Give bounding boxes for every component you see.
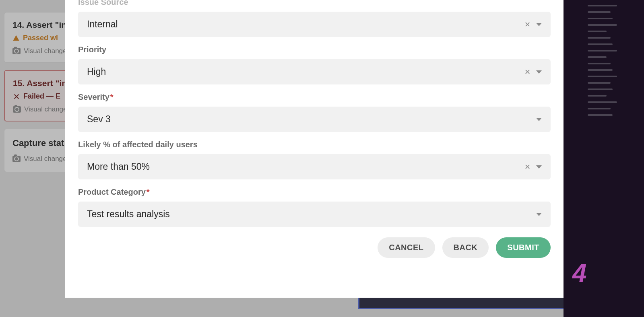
skeleton-line xyxy=(588,63,611,64)
select-value: Test results analysis xyxy=(87,209,170,220)
skeleton-line xyxy=(588,76,617,77)
skeleton-line xyxy=(588,31,607,32)
form-group-product-category: Product Category* Test results analysis xyxy=(78,187,551,227)
chevron-down-icon[interactable] xyxy=(536,165,542,169)
select-affected[interactable]: More than 50% ✕ xyxy=(78,154,551,179)
skeleton-line xyxy=(588,114,613,116)
submit-button[interactable]: SUBMIT xyxy=(496,237,551,258)
select-actions: ✕ xyxy=(524,20,542,29)
chevron-down-icon[interactable] xyxy=(536,23,542,26)
form-label-severity: Severity* xyxy=(78,93,551,102)
select-value: Internal xyxy=(87,19,118,30)
skeleton-line xyxy=(588,5,617,6)
select-actions: ✕ xyxy=(524,68,542,76)
select-product-category[interactable]: Test results analysis xyxy=(78,202,551,227)
modal-footer: CANCEL BACK SUBMIT xyxy=(78,237,551,258)
cancel-button[interactable]: CANCEL xyxy=(378,237,435,258)
skeleton-line xyxy=(588,24,617,26)
form-group-severity: Severity* Sev 3 xyxy=(78,93,551,132)
form-label-priority: Priority xyxy=(78,45,551,54)
select-value: More than 50% xyxy=(87,161,150,172)
chevron-down-icon[interactable] xyxy=(536,118,542,121)
select-value: Sev 3 xyxy=(87,114,111,125)
skeleton-line xyxy=(588,11,611,13)
form-label-product-category: Product Category* xyxy=(78,187,551,197)
select-actions xyxy=(536,118,542,121)
select-severity[interactable]: Sev 3 xyxy=(78,107,551,132)
issue-form-modal: Issue Source Internal ✕ Priority High ✕ … xyxy=(65,0,564,298)
form-label-affected: Likely % of affected daily users xyxy=(78,140,551,149)
skeleton-line xyxy=(588,95,607,97)
skeleton-line xyxy=(588,82,611,84)
skeleton-line xyxy=(588,89,613,90)
required-asterisk: * xyxy=(110,93,114,101)
step-number-badge: 4 xyxy=(572,258,587,288)
required-asterisk: * xyxy=(147,187,150,196)
label-text: Severity xyxy=(78,93,109,101)
form-group-affected: Likely % of affected daily users More th… xyxy=(78,140,551,179)
clear-icon[interactable]: ✕ xyxy=(524,163,530,171)
skeleton-line xyxy=(588,101,617,103)
chevron-down-icon[interactable] xyxy=(536,70,542,74)
clear-icon[interactable]: ✕ xyxy=(524,20,530,29)
form-group-issue-source: Internal ✕ xyxy=(78,12,551,37)
select-issue-source[interactable]: Internal ✕ xyxy=(78,12,551,37)
skeleton-line xyxy=(588,56,607,58)
form-group-priority: Priority High ✕ xyxy=(78,45,551,84)
select-actions: ✕ xyxy=(524,163,542,171)
label-text: Product Category xyxy=(78,187,146,196)
skeleton-lines xyxy=(564,0,644,116)
skeleton-line xyxy=(588,43,613,45)
clear-icon[interactable]: ✕ xyxy=(524,68,530,76)
skeleton-line xyxy=(588,108,611,109)
skeleton-line xyxy=(588,18,613,19)
skeleton-line xyxy=(588,37,611,39)
chevron-down-icon[interactable] xyxy=(536,213,542,216)
right-preview-panel: 4 xyxy=(564,0,644,317)
select-priority[interactable]: High ✕ xyxy=(78,59,551,84)
skeleton-line xyxy=(588,69,613,71)
select-value: High xyxy=(87,66,106,77)
select-actions xyxy=(536,213,542,216)
skeleton-line xyxy=(588,50,617,51)
form-label-issue-source: Issue Source xyxy=(78,0,551,7)
back-button[interactable]: BACK xyxy=(442,237,489,258)
